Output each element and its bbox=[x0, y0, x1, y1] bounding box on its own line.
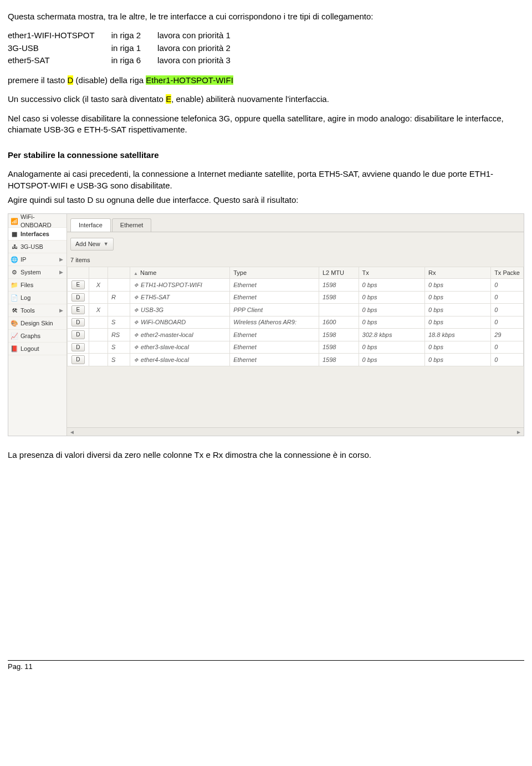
type-cell: Ethernet bbox=[230, 291, 319, 304]
system-icon: ⚙ bbox=[11, 268, 18, 276]
cell-pos: in riga 6 bbox=[111, 55, 157, 67]
sidebar-item-label: Files bbox=[21, 281, 33, 289]
files-icon: 📁 bbox=[11, 281, 18, 289]
table-row[interactable]: EX❖ETH1-HOTSPOT-WIFIEthernet15980 bps0 b… bbox=[68, 279, 524, 292]
add-new-label: Add New bbox=[75, 240, 100, 248]
tab-ethernet[interactable]: Ethernet bbox=[112, 218, 152, 232]
type-cell: Ethernet bbox=[230, 279, 319, 292]
sidebar-item-interfaces[interactable]: ▦ Interfaces bbox=[8, 228, 66, 241]
sidebar-item-files[interactable]: 📁 Files bbox=[8, 279, 66, 292]
type-cell: PPP Client bbox=[230, 304, 319, 316]
enable-disable-button[interactable]: D bbox=[71, 355, 85, 364]
table-row[interactable]: EX❖USB-3GPPP Client0 bps0 bps0 bbox=[68, 304, 524, 316]
rx-cell: 0 bps bbox=[425, 279, 491, 292]
text: (disable) della riga bbox=[73, 75, 146, 85]
col-l2mtu[interactable]: L2 MTU bbox=[319, 267, 359, 279]
sidebar-item-label: Interfaces bbox=[21, 230, 49, 238]
page-number: Pag. 11 bbox=[8, 662, 33, 671]
type-cell: Ethernet bbox=[230, 354, 319, 366]
text: premere il tasto bbox=[8, 75, 68, 85]
name-cell: ❖ether3-slave-local bbox=[130, 341, 230, 354]
page-footer: Pag. 11 bbox=[8, 660, 524, 672]
mtu-cell: 1598 bbox=[319, 354, 359, 366]
table-row[interactable]: DS❖WiFi-ONBOARDWireless (Atheros AR9:160… bbox=[68, 316, 524, 329]
x-cell: X bbox=[89, 304, 108, 316]
text: , enable) abiliterà nuovamente l'interfa… bbox=[171, 94, 329, 104]
chevron-right-icon: ▶ bbox=[59, 269, 63, 275]
toggle-cell[interactable]: D bbox=[68, 341, 89, 354]
sidebar-item-label: IP bbox=[21, 256, 26, 264]
enable-disable-button[interactable]: E bbox=[71, 305, 85, 314]
sidebar-item-tools[interactable]: 🛠 Tools ▶ bbox=[8, 304, 66, 317]
cell-pri: lavora con priorità 1 bbox=[157, 30, 247, 42]
conclusion-paragraph: La presenza di valori diversi da zero ne… bbox=[8, 450, 524, 461]
sidebar: 📶 WiFi-ONBOARD ▦ Interfaces 🖧 3G-USB 🌐 I… bbox=[8, 214, 67, 436]
usb-icon: 🖧 bbox=[11, 243, 18, 251]
toggle-cell[interactable]: E bbox=[68, 279, 89, 292]
highlight-d: D bbox=[68, 75, 74, 85]
port-icon: ❖ bbox=[134, 357, 139, 363]
sidebar-item-design-skin[interactable]: 🎨 Design Skin bbox=[8, 317, 66, 330]
sidebar-item-graphs[interactable]: 📈 Graphs bbox=[8, 330, 66, 343]
table-row[interactable]: DS❖ether3-slave-localEthernet15980 bps0 … bbox=[68, 341, 524, 354]
sidebar-item-wifi-onboard[interactable]: 📶 WiFi-ONBOARD bbox=[8, 215, 66, 228]
tx-cell: 0 bps bbox=[359, 354, 424, 366]
col-toggle[interactable] bbox=[68, 267, 89, 279]
enable-disable-button[interactable]: D bbox=[71, 330, 85, 339]
horizontal-scrollbar[interactable]: ◄ ► bbox=[67, 427, 524, 436]
sidebar-item-label: 3G-USB bbox=[21, 243, 43, 251]
add-new-button[interactable]: Add New ▼ bbox=[70, 238, 114, 251]
mtu-cell: 1598 bbox=[319, 279, 359, 292]
col-name-label: Name bbox=[140, 269, 156, 276]
cell-if: 3G-USB bbox=[8, 43, 111, 55]
press-d-paragraph: premere il tasto D (disable) della riga … bbox=[8, 75, 524, 86]
rx-cell: 0 bps bbox=[425, 341, 491, 354]
col-x[interactable] bbox=[89, 267, 108, 279]
enable-paragraph: Un successivo click (il tasto sarà diven… bbox=[8, 94, 524, 105]
sidebar-item-logout[interactable]: 📕 Logout bbox=[8, 343, 66, 355]
table-row[interactable]: DR❖ETH5-SATEthernet15980 bps0 bps0 bbox=[68, 291, 524, 304]
toggle-cell[interactable]: D bbox=[68, 316, 89, 329]
sidebar-item-log[interactable]: 📄 Log bbox=[8, 292, 66, 304]
toggle-cell[interactable]: E bbox=[68, 304, 89, 316]
enable-disable-button[interactable]: E bbox=[71, 280, 85, 289]
tx-cell: 0 bps bbox=[359, 316, 424, 329]
toggle-cell[interactable]: D bbox=[68, 291, 89, 304]
type-cell: Ethernet bbox=[230, 341, 319, 354]
sidebar-item-label: Logout bbox=[21, 345, 39, 353]
mtu-cell: 1598 bbox=[319, 341, 359, 354]
name-cell: ❖ETH1-HOTSPOT-WIFI bbox=[130, 279, 230, 292]
interfaces-icon: ▦ bbox=[11, 230, 18, 238]
sidebar-item-ip[interactable]: 🌐 IP ▶ bbox=[8, 253, 66, 266]
cell-pos: in riga 1 bbox=[111, 43, 157, 55]
col-tx-packets[interactable]: Tx Packe bbox=[491, 267, 524, 279]
enable-disable-button[interactable]: D bbox=[71, 343, 85, 352]
table-row[interactable]: DS❖ether4-slave-localEthernet15980 bps0 … bbox=[68, 354, 524, 366]
wifi-icon: 📶 bbox=[11, 217, 18, 225]
sidebar-item-label: Tools bbox=[21, 307, 35, 315]
col-name[interactable]: ▲Name bbox=[130, 267, 230, 279]
toggle-cell[interactable]: D bbox=[68, 354, 89, 366]
tab-interface[interactable]: Interface bbox=[70, 218, 111, 232]
table-row: ether5-SAT in riga 6 lavora con priorità… bbox=[8, 55, 247, 67]
chevron-right-icon: ▶ bbox=[59, 256, 63, 263]
col-flag[interactable] bbox=[108, 267, 130, 279]
sidebar-item-label: WiFi-ONBOARD bbox=[21, 213, 64, 229]
tx-cell: 0 bps bbox=[359, 291, 424, 304]
col-tx[interactable]: Tx bbox=[359, 267, 424, 279]
cell-pri: lavora con priorità 3 bbox=[157, 55, 247, 67]
enable-disable-button[interactable]: D bbox=[71, 293, 85, 302]
table-row[interactable]: DRS❖ether2-master-localEthernet1598302.8… bbox=[68, 329, 524, 341]
col-rx[interactable]: Rx bbox=[425, 267, 491, 279]
flag-cell: S bbox=[108, 316, 130, 329]
router-screenshot: 📶 WiFi-ONBOARD ▦ Interfaces 🖧 3G-USB 🌐 I… bbox=[8, 213, 524, 436]
enable-disable-button[interactable]: D bbox=[71, 318, 85, 327]
rx-cell: 0 bps bbox=[425, 316, 491, 329]
sidebar-item-system[interactable]: ⚙ System ▶ bbox=[8, 266, 66, 279]
logout-icon: 📕 bbox=[11, 345, 18, 353]
col-type[interactable]: Type bbox=[230, 267, 319, 279]
cell-pri: lavora con priorità 2 bbox=[157, 43, 247, 55]
sidebar-item-3g-usb[interactable]: 🖧 3G-USB bbox=[8, 241, 66, 253]
toggle-cell[interactable]: D bbox=[68, 329, 89, 341]
cell-pos: in riga 2 bbox=[111, 30, 157, 42]
